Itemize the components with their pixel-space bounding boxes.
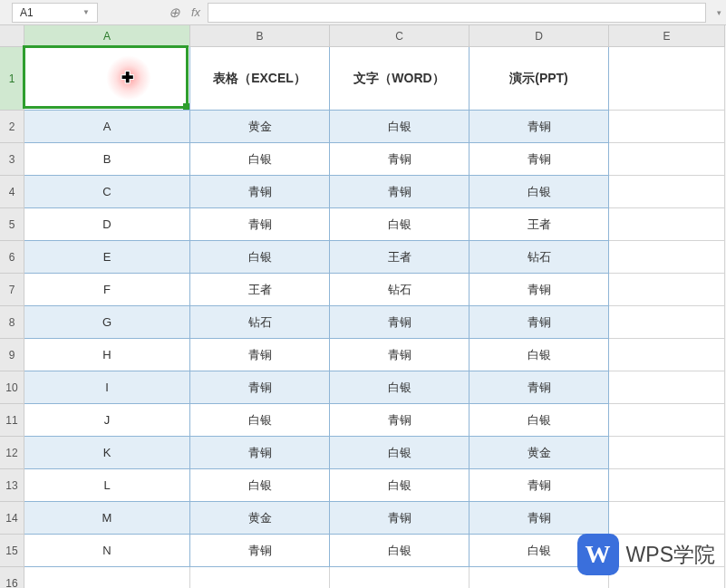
data-cell[interactable]: 青铜 <box>330 176 469 208</box>
data-cell[interactable] <box>190 567 330 588</box>
row-header[interactable]: 5 <box>0 208 24 241</box>
fx-icon[interactable]: fx <box>191 5 200 19</box>
data-cell[interactable] <box>609 339 725 371</box>
data-cell[interactable]: 王者 <box>330 241 469 274</box>
cells-grid[interactable]: 表格（EXCEL）文字（WORD）演示(PPT)A黄金白银青铜B白银青铜青铜C青… <box>24 47 725 588</box>
data-cell[interactable]: 白银 <box>190 241 330 274</box>
data-cell[interactable]: 白银 <box>330 208 469 241</box>
data-cell[interactable]: 白银 <box>330 371 469 404</box>
column-header[interactable]: E <box>609 25 725 47</box>
data-cell[interactable]: 钻石 <box>469 241 609 274</box>
row-header[interactable]: 12 <box>0 437 24 469</box>
data-cell[interactable]: 白银 <box>469 339 609 371</box>
formula-expand-icon[interactable]: ▾ <box>711 8 726 17</box>
data-cell[interactable]: 青铜 <box>469 111 609 143</box>
data-cell[interactable] <box>609 371 725 404</box>
data-cell[interactable] <box>609 306 725 339</box>
column-header[interactable]: B <box>190 25 330 47</box>
data-cell[interactable]: 青铜 <box>469 143 609 176</box>
data-cell[interactable]: 白银 <box>190 143 330 176</box>
data-cell[interactable] <box>609 469 725 502</box>
data-cell[interactable] <box>609 274 725 306</box>
data-cell[interactable]: H <box>24 339 190 371</box>
data-cell[interactable]: G <box>24 306 190 339</box>
data-cell[interactable] <box>609 143 725 176</box>
select-all-corner[interactable] <box>0 25 24 47</box>
row-header[interactable]: 16 <box>0 567 24 588</box>
data-cell[interactable] <box>330 567 469 588</box>
data-cell[interactable]: C <box>24 176 190 208</box>
data-cell[interactable]: I <box>24 371 190 404</box>
data-cell[interactable]: 青铜 <box>190 371 330 404</box>
data-cell[interactable]: D <box>24 208 190 241</box>
data-cell[interactable]: 青铜 <box>190 437 330 469</box>
data-cell[interactable]: K <box>24 437 190 469</box>
column-header[interactable]: C <box>330 25 469 47</box>
data-cell[interactable]: 白银 <box>330 535 469 567</box>
row-header[interactable]: 2 <box>0 111 24 143</box>
data-cell[interactable]: 青铜 <box>469 502 609 535</box>
data-cell[interactable]: 白银 <box>330 111 469 143</box>
data-cell[interactable]: N <box>24 535 190 567</box>
data-cell[interactable]: B <box>24 143 190 176</box>
data-cell[interactable] <box>609 176 725 208</box>
data-cell[interactable]: E <box>24 241 190 274</box>
data-cell[interactable]: 王者 <box>190 274 330 306</box>
row-header[interactable]: 10 <box>0 371 24 404</box>
data-cell[interactable]: 钻石 <box>330 274 469 306</box>
data-cell[interactable]: 青铜 <box>330 339 469 371</box>
zoom-icon[interactable]: ⊕ <box>169 5 180 21</box>
row-header[interactable]: 15 <box>0 535 24 567</box>
data-cell[interactable]: 白银 <box>330 437 469 469</box>
data-cell[interactable]: 白银 <box>190 404 330 437</box>
data-cell[interactable] <box>609 404 725 437</box>
header-cell[interactable] <box>609 47 725 111</box>
row-header[interactable]: 4 <box>0 176 24 208</box>
row-header[interactable]: 14 <box>0 502 24 535</box>
name-box[interactable]: A1 ▼ <box>12 3 98 23</box>
data-cell[interactable]: 青铜 <box>190 535 330 567</box>
data-cell[interactable] <box>609 241 725 274</box>
data-cell[interactable]: 白银 <box>469 176 609 208</box>
data-cell[interactable] <box>609 437 725 469</box>
row-header[interactable]: 1 <box>0 47 24 111</box>
formula-input[interactable] <box>208 3 706 23</box>
data-cell[interactable]: 青铜 <box>330 143 469 176</box>
row-header[interactable]: 3 <box>0 143 24 176</box>
row-header[interactable]: 6 <box>0 241 24 274</box>
data-cell[interactable]: 青铜 <box>330 404 469 437</box>
header-cell[interactable]: 表格（EXCEL） <box>190 47 330 111</box>
data-cell[interactable]: 青铜 <box>469 306 609 339</box>
data-cell[interactable]: 青铜 <box>330 306 469 339</box>
column-header[interactable]: A <box>24 25 190 47</box>
data-cell[interactable] <box>609 111 725 143</box>
header-cell[interactable]: 演示(PPT) <box>469 47 609 111</box>
data-cell[interactable]: J <box>24 404 190 437</box>
data-cell[interactable]: L <box>24 469 190 502</box>
row-header[interactable]: 13 <box>0 469 24 502</box>
data-cell[interactable]: 青铜 <box>330 502 469 535</box>
data-cell[interactable]: 王者 <box>469 208 609 241</box>
data-cell[interactable]: 青铜 <box>469 469 609 502</box>
data-cell[interactable]: 白银 <box>330 469 469 502</box>
data-cell[interactable]: F <box>24 274 190 306</box>
data-cell[interactable]: 青铜 <box>469 274 609 306</box>
data-cell[interactable]: A <box>24 111 190 143</box>
data-cell[interactable]: 黄金 <box>469 437 609 469</box>
chevron-down-icon[interactable]: ▼ <box>82 8 90 16</box>
data-cell[interactable]: M <box>24 502 190 535</box>
data-cell[interactable]: 黄金 <box>190 502 330 535</box>
data-cell[interactable]: 黄金 <box>190 111 330 143</box>
data-cell[interactable] <box>609 208 725 241</box>
data-cell[interactable]: 白银 <box>190 469 330 502</box>
row-header[interactable]: 8 <box>0 306 24 339</box>
column-header[interactable]: D <box>469 25 609 47</box>
data-cell[interactable]: 青铜 <box>190 339 330 371</box>
header-cell[interactable] <box>24 47 190 111</box>
header-cell[interactable]: 文字（WORD） <box>330 47 469 111</box>
data-cell[interactable] <box>24 567 190 588</box>
data-cell[interactable]: 钻石 <box>190 306 330 339</box>
data-cell[interactable] <box>609 502 725 535</box>
row-header[interactable]: 7 <box>0 274 24 306</box>
data-cell[interactable]: 青铜 <box>190 208 330 241</box>
